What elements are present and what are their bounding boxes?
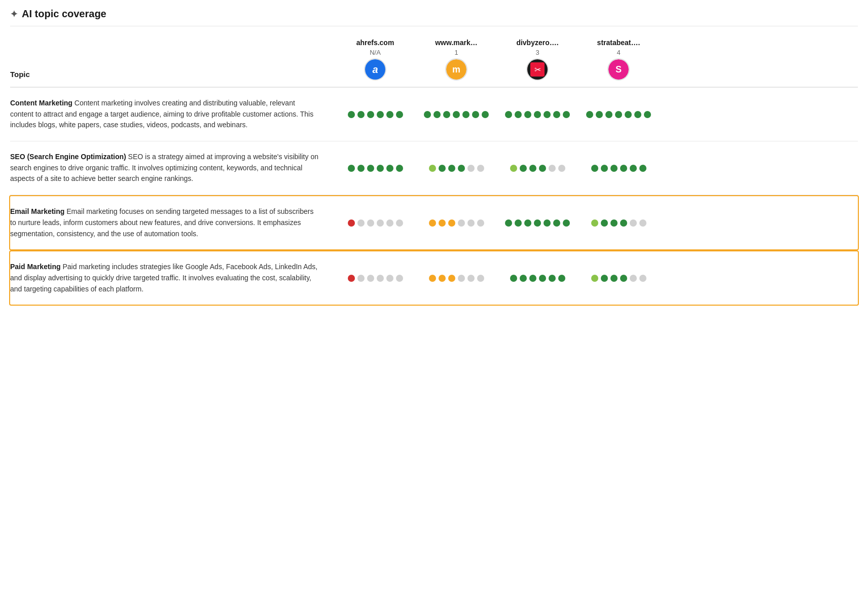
coverage-dot <box>448 219 455 227</box>
coverage-dot <box>601 219 608 227</box>
coverage-dot <box>634 111 641 118</box>
coverage-dot <box>610 275 618 282</box>
site-domain: ahrefs.com <box>356 39 394 47</box>
coverage-dot <box>620 219 627 227</box>
coverage-dot <box>357 219 365 227</box>
dots-cell-2 <box>497 275 578 282</box>
coverage-dot <box>544 111 551 118</box>
coverage-dot <box>520 165 527 172</box>
coverage-dot <box>348 111 355 118</box>
coverage-dot <box>510 275 517 282</box>
topic-cell: Paid Marketing Paid marketing includes s… <box>10 262 335 294</box>
coverage-dot <box>357 275 365 282</box>
coverage-dot <box>601 275 608 282</box>
coverage-dot <box>386 165 393 172</box>
coverage-dot <box>505 219 512 227</box>
coverage-dot <box>520 275 527 282</box>
coverage-dot <box>539 275 546 282</box>
coverage-dot <box>515 219 522 227</box>
site-avatar: m <box>445 58 467 81</box>
ai-icon: ✦ <box>10 9 18 20</box>
coverage-dot <box>553 111 560 118</box>
coverage-dot <box>396 275 403 282</box>
coverage-dot <box>377 111 384 118</box>
coverage-dot <box>644 111 651 118</box>
coverage-dot <box>549 165 556 172</box>
coverage-dot <box>524 219 531 227</box>
site-rank: 4 <box>617 49 620 56</box>
coverage-dot <box>539 165 546 172</box>
coverage-dot <box>601 165 608 172</box>
page-container: ✦ AI topic coverage Topic ahrefs.comN/Aa… <box>0 0 868 591</box>
coverage-dot <box>549 275 556 282</box>
topic-column-header: Topic <box>10 70 335 81</box>
coverage-dot <box>553 219 560 227</box>
coverage-dot <box>610 219 618 227</box>
coverage-dot <box>424 111 431 118</box>
coverage-dot <box>591 219 598 227</box>
row-content-marketing: Content Marketing Content marketing invo… <box>10 88 858 141</box>
coverage-dot <box>591 275 598 282</box>
coverage-dot <box>630 219 637 227</box>
coverage-dot <box>524 111 531 118</box>
coverage-dot <box>596 111 603 118</box>
site-domain: divbyzero…. <box>516 39 558 47</box>
dots-cell-1 <box>416 275 497 282</box>
topic-cell: Content Marketing Content marketing invo… <box>10 98 335 131</box>
site-header-2: divbyzero….3✂ <box>497 39 578 81</box>
site-header-3: stratabeat….4S <box>578 39 659 81</box>
coverage-dot <box>386 219 393 227</box>
coverage-dot <box>510 165 517 172</box>
site-domain: stratabeat…. <box>597 39 640 47</box>
coverage-dot <box>396 165 403 172</box>
coverage-dot <box>429 219 436 227</box>
coverage-dot <box>639 219 646 227</box>
coverage-dot <box>477 219 484 227</box>
row-paid-marketing: Paid Marketing Paid marketing includes s… <box>9 250 859 306</box>
coverage-dot <box>386 275 393 282</box>
coverage-dot <box>591 165 598 172</box>
coverage-dot <box>448 275 455 282</box>
dots-cell-0 <box>335 165 416 172</box>
coverage-dot <box>348 165 355 172</box>
dots-cell-3 <box>578 275 659 282</box>
page-title-text: AI topic coverage <box>22 8 106 20</box>
coverage-dot <box>639 165 646 172</box>
coverage-dot <box>433 111 441 118</box>
coverage-dot <box>534 219 541 227</box>
site-rank: N/A <box>370 49 381 56</box>
dots-cell-0 <box>335 219 416 227</box>
coverage-dot <box>472 111 479 118</box>
dots-cell-2 <box>497 219 578 227</box>
coverage-dot <box>563 219 570 227</box>
coverage-dot <box>515 111 522 118</box>
coverage-dot <box>367 111 374 118</box>
site-domain: www.mark… <box>435 39 478 47</box>
topic-title: SEO (Search Engine Optimization) <box>10 153 126 161</box>
coverage-dot <box>505 111 512 118</box>
site-avatar: S <box>607 58 630 81</box>
site-avatar: a <box>364 58 386 81</box>
coverage-dot <box>558 275 565 282</box>
coverage-dot <box>467 275 475 282</box>
dots-cell-2 <box>497 165 578 172</box>
coverage-dot <box>586 111 593 118</box>
coverage-dot <box>458 219 465 227</box>
coverage-dot <box>439 275 446 282</box>
coverage-dot <box>386 111 393 118</box>
coverage-dot <box>367 275 374 282</box>
coverage-dot <box>467 219 475 227</box>
topic-coverage-table: Topic ahrefs.comN/Aawww.mark…1mdivbyzero… <box>10 39 858 306</box>
coverage-dot <box>467 165 475 172</box>
topic-title: Content Marketing <box>10 99 73 107</box>
coverage-dot <box>396 219 403 227</box>
coverage-dot <box>443 111 450 118</box>
coverage-dot <box>357 111 365 118</box>
coverage-dot <box>448 165 455 172</box>
coverage-dot <box>625 111 632 118</box>
coverage-dot <box>477 165 484 172</box>
coverage-dot <box>610 165 618 172</box>
coverage-dot <box>439 219 446 227</box>
dots-cell-1 <box>416 165 497 172</box>
coverage-dot <box>348 219 355 227</box>
